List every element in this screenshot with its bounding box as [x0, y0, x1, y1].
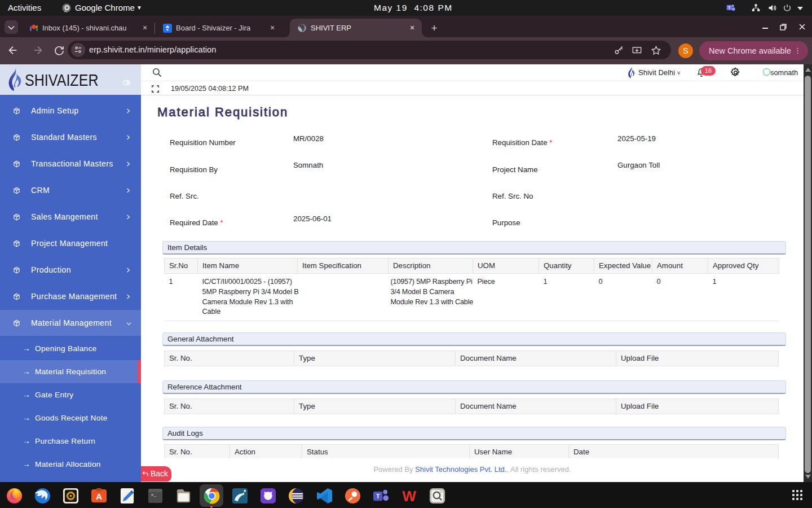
svg-text:W: W	[402, 488, 416, 505]
svg-text:A: A	[96, 492, 102, 501]
svg-text:>_: >_	[151, 493, 157, 497]
svg-text:T: T	[728, 6, 731, 10]
svg-text:T: T	[376, 493, 380, 500]
